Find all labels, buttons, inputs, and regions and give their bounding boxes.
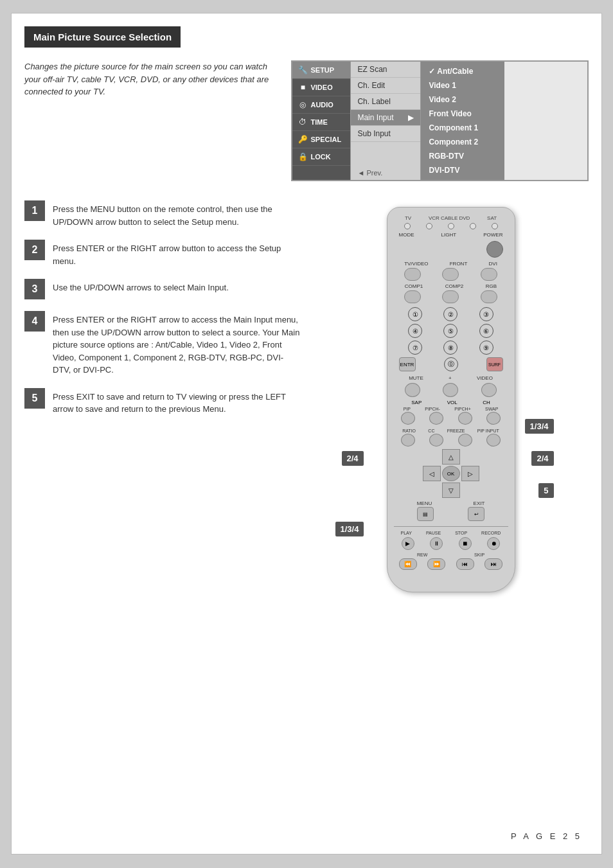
swap-button[interactable] [486,412,501,425]
num-9-button[interactable]: ⑨ [479,341,493,355]
skip-label: SKIP [474,553,484,557]
special-label: SPECIAL [310,136,341,143]
surf-button[interactable]: SURF [486,357,503,371]
comp1-button[interactable] [404,290,421,303]
menu-center-footer: ◄ Prev. [351,166,420,180]
step-1-number: 1 [24,200,45,221]
arrow-left-button[interactable]: ◁ [423,466,441,481]
ff-btn[interactable]: ⏩ [427,558,445,570]
menu-button[interactable]: ▤ [417,507,434,521]
swap-label: SWAP [485,407,498,411]
light-label: LIGHT [441,232,457,238]
step-3-text: Use the UP/DOWN arrows to select Main In… [53,279,229,294]
menu-column: 🔧 SETUP ■ VIDEO ◎ AUDIO ⏱ TIME [291,60,589,181]
stop-label: STOP [455,531,467,535]
time-icon: ⏱ [298,118,308,127]
play-button[interactable]: ▶ [402,537,414,550]
num-7-button[interactable]: ⑦ [408,341,422,355]
menu-right-dvidtv: DVI-DTV [421,163,504,177]
arrow-down-button[interactable]: ▽ [442,483,460,498]
step-3-number: 3 [24,279,45,299]
record-label: RECORD [481,531,501,535]
description-text: Changes the picture source for the main … [24,60,272,98]
vcr-label: VCR CABLE DVD [429,215,470,221]
skipback-btn[interactable]: ⏮ [456,558,474,570]
menu-right-comp2: Component 2 [421,135,504,149]
remote-control: TV VCR CABLE DVD SAT [387,207,515,592]
video-button[interactable] [481,383,497,397]
menu-right-rgbdtv: RGB-DTV [421,149,504,163]
playback-section: PLAY PAUSE STOP RECORD ▶ ⏸ ⏹ ⏺ [394,526,508,570]
mode-label: MODE [399,232,414,238]
video-icon: ■ [298,83,308,92]
tvvideo-button[interactable] [404,268,421,281]
lock-icon: 🔒 [298,152,308,161]
description-column: Changes the picture source for the main … [24,60,278,181]
step-3: 3 Use the UP/DOWN arrows to select Main … [24,279,300,299]
tv-label: TV [405,215,411,221]
menu-center-chlabel: Ch. Label [351,94,420,110]
pip-button[interactable] [401,412,415,425]
stop-button[interactable]: ⏹ [459,537,472,550]
power-label: POWER [483,232,502,238]
num-3-button[interactable]: ③ [479,307,493,321]
step-5-number: 5 [24,388,45,409]
menu-item-time: ⏱ TIME [292,114,350,131]
pip-input-button[interactable] [486,434,501,447]
menu-item-video: ■ VIDEO [292,79,350,96]
num-5-button[interactable]: ⑤ [443,324,458,338]
step-4: 4 Press ENTER or the RIGHT arrow to acce… [24,311,300,376]
ratio-button[interactable] [401,434,415,447]
dvi-button[interactable] [481,268,497,281]
rew-btn[interactable]: ⏪ [399,558,417,570]
cc-button[interactable] [429,434,443,447]
video-label: VIDEO [310,84,332,91]
menu-text-label: MENU [417,500,432,506]
menu-center-maininput: Main Input▶ [351,110,420,126]
vol-plus-button[interactable] [443,383,458,397]
arrow-right-button[interactable]: ▷ [461,466,479,481]
record-button[interactable]: ⏺ [487,537,500,550]
menu-right-video1: Video 1 [421,78,504,93]
skipfwd-btn[interactable]: ⏭ [484,558,502,570]
steps-section: 1 Press the MENU button on the remote co… [24,200,589,592]
num-6-button[interactable]: ⑥ [479,324,493,338]
pipch-plus-button[interactable] [458,412,472,425]
front-button[interactable] [442,268,459,281]
dvi-label: DVI [489,261,497,267]
callout-5-right: 5 [538,483,553,498]
pipch-minus-button[interactable] [429,412,443,425]
menu-center-subinput: Sub Input [351,126,420,142]
tv-menu: 🔧 SETUP ■ VIDEO ◎ AUDIO ⏱ TIME [291,60,589,181]
mute-button[interactable] [405,383,420,397]
num-0-button[interactable]: ⓪ [444,357,458,371]
num-4-button[interactable]: ④ [408,324,422,338]
power-button[interactable] [486,241,503,258]
comp2-button[interactable] [442,290,459,303]
sat-label: SAT [487,215,497,221]
num-2-button[interactable]: ② [443,307,458,321]
menu-item-lock: 🔒 LOCK [292,148,350,166]
dvd-indicator [470,223,476,229]
exit-text-label: EXIT [474,500,485,506]
arrow-tr-empty [461,449,479,465]
sap-label: SAP [411,400,422,405]
step-1-text: Press the MENU button on the remote cont… [53,200,300,228]
rgb-button[interactable] [481,290,497,303]
arrow-up-button[interactable]: △ [442,449,460,465]
num-8-button[interactable]: ⑧ [443,341,458,355]
exit-button[interactable]: ↩ [468,507,484,521]
arrow-enter-button[interactable]: OK [442,466,460,481]
step-2-number: 2 [24,240,45,260]
rew-label: REW [417,553,427,557]
menu-center-ezscan: EZ Scan [351,62,420,78]
enter-button[interactable]: ENTR [399,357,416,371]
pause-button[interactable]: ⏸ [430,537,443,550]
arrow-br-empty [461,483,479,498]
tv-indicator [404,223,411,229]
ratio-label: RATIO [402,429,416,433]
pause-label: PAUSE [426,531,441,535]
freeze-button[interactable] [458,434,472,447]
num-1-button[interactable]: ① [408,307,422,321]
remote-column: TV VCR CABLE DVD SAT [313,200,589,592]
